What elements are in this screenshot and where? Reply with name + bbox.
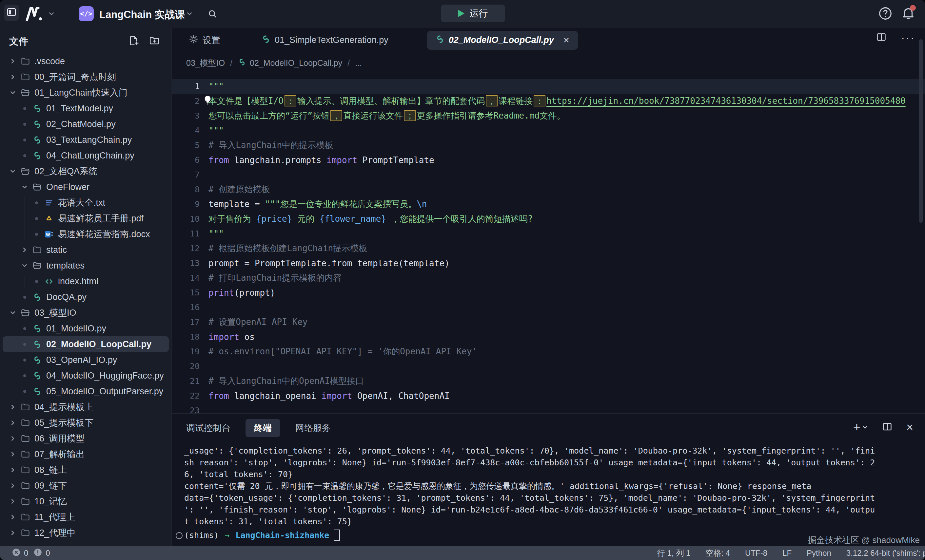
close-tab-icon[interactable]: × — [563, 35, 569, 46]
breadcrumb-item[interactable]: 03_模型IO — [186, 58, 225, 68]
chevron-right-icon[interactable] — [20, 246, 29, 254]
errors-badge[interactable]: 0 — [12, 548, 28, 559]
tree-folder-item[interactable]: 09_链下 — [3, 478, 169, 494]
app-logo-icon[interactable] — [26, 7, 43, 22]
project-name[interactable]: LangChain 实战课 — [99, 8, 185, 22]
editor-tab-bar: 设置01_SimpleTextGeneration.py02_ModelIO_L… — [172, 28, 889, 53]
breadcrumb-item[interactable]: 02_ModelIO_LoopCall.py — [238, 58, 342, 68]
panel-tab[interactable]: 网络服务 — [295, 422, 331, 434]
chevron-right-icon[interactable] — [9, 435, 17, 442]
chevron-right-icon[interactable] — [9, 58, 17, 65]
tree-folder-item[interactable]: 02_文档QA系统 — [3, 164, 169, 179]
panel-tab-active[interactable]: 终端 — [246, 419, 280, 437]
chevron-down-icon[interactable] — [48, 10, 55, 19]
tree-folder-item[interactable]: 00_开篇词_奇点时刻 — [3, 69, 169, 85]
tree-folder-item[interactable]: static — [3, 242, 169, 258]
folder-icon — [20, 528, 31, 538]
tree-file-item[interactable]: DocQA.py — [3, 289, 169, 305]
status-item[interactable]: 3.12.2 64-bit ('shims': pyen — [846, 548, 925, 558]
tree-folder-item[interactable]: 07_解析输出 — [3, 446, 169, 462]
new-terminal-button[interactable]: + — [853, 420, 868, 434]
folder-icon — [20, 72, 31, 82]
tree-file-item[interactable]: 03_TextLangChain.py — [3, 132, 169, 148]
status-item[interactable]: 行 1, 列 1 — [657, 548, 690, 558]
tree-file-item[interactable]: 花语大全.txt — [3, 195, 169, 210]
tree-file-item[interactable]: 02_ModelIO_LoopCall.py — [3, 336, 169, 352]
tree-folder-item[interactable]: OneFlower — [3, 179, 169, 195]
help-icon[interactable] — [878, 6, 893, 22]
search-icon[interactable] — [207, 9, 218, 20]
more-actions-icon[interactable]: ··· — [901, 35, 915, 41]
tree-file-item[interactable]: 01_TextModel.py — [3, 101, 169, 116]
tree-file-item[interactable]: 01_ModelIO.py — [3, 321, 169, 336]
tree-file-item[interactable]: W易速鲜花运营指南.docx — [3, 226, 169, 242]
status-item[interactable]: 空格: 4 — [705, 548, 730, 558]
tree-file-item[interactable]: 03_OpenAI_IO.py — [3, 352, 169, 368]
terminal-line: sh_reason': 'stop', 'logprobs': None} id… — [184, 457, 920, 468]
new-file-icon[interactable] — [128, 35, 139, 48]
run-button[interactable]: 运行 — [441, 5, 505, 22]
split-terminal-icon[interactable] — [882, 422, 893, 433]
tree-folder-item[interactable]: templates — [3, 258, 169, 273]
chevron-right-icon[interactable] — [9, 450, 17, 458]
status-item[interactable]: UTF-8 — [745, 548, 767, 558]
file-dot — [20, 138, 29, 141]
tree-file-item[interactable]: index.html — [3, 273, 169, 289]
tree-folder-item[interactable]: 03_模型IO — [3, 305, 169, 321]
chevron-right-icon[interactable] — [9, 404, 17, 411]
panel-tab[interactable]: 调试控制台 — [186, 422, 230, 434]
line-number: 15 — [172, 288, 200, 297]
notification-badge — [910, 5, 916, 11]
code-text: # os.environ["OPENAI_API_KEY"] = '你的Open… — [208, 346, 477, 357]
tree-file-item[interactable]: 05_ModelIO_OutputParser.py — [3, 383, 169, 399]
status-item[interactable]: LF — [782, 548, 792, 558]
notifications-bell-icon[interactable] — [901, 6, 916, 22]
tree-folder-item[interactable]: 12_代理中 — [3, 525, 169, 540]
chevron-down-icon[interactable] — [9, 309, 17, 316]
editor-tab[interactable]: 01_SimpleTextGeneration.py — [259, 31, 391, 50]
code-text: prompt = PromptTemplate.from_template(te… — [208, 258, 450, 268]
chevron-down-icon[interactable] — [20, 262, 29, 269]
breadcrumb-item[interactable]: ... — [355, 58, 362, 68]
chevron-right-icon[interactable] — [9, 498, 17, 505]
warnings-badge[interactable]: 0 — [33, 548, 50, 559]
split-editor-icon[interactable] — [876, 32, 887, 44]
tree-file-item[interactable]: 04_ChatLongChain.py — [3, 148, 169, 164]
chevron-right-icon[interactable] — [9, 466, 17, 474]
chevron-down-icon[interactable] — [9, 89, 17, 96]
tree-folder-item[interactable]: 01_LangChain快速入门 — [3, 85, 169, 101]
chevron-right-icon[interactable] — [9, 74, 17, 81]
lightbulb-icon[interactable] — [203, 95, 212, 107]
file-dot — [32, 233, 41, 236]
editor-tab[interactable]: 设置 — [186, 31, 223, 50]
tree-folder-item[interactable]: 06_调用模型 — [3, 431, 169, 446]
folder-icon — [20, 481, 31, 491]
terminal-line: t_tokens': 31, 'total_tokens': 75} — [184, 516, 920, 528]
tree-folder-item[interactable]: .vscode — [3, 53, 169, 69]
chevron-right-icon[interactable] — [9, 419, 17, 426]
code-line: 6from langchain.prompts import PromptTem… — [172, 153, 925, 167]
tree-folder-item[interactable]: 11_代理上 — [3, 509, 169, 525]
tree-file-item[interactable]: 易速鲜花员工手册.pdf — [3, 210, 169, 226]
code-editor[interactable]: 1"""2本文件是【模型I/O：输入提示、调用模型、解析输出】章节的配套代码，课… — [172, 74, 925, 413]
chevron-down-icon[interactable] — [20, 183, 29, 191]
tree-item-label: 00_开篇词_奇点时刻 — [35, 71, 116, 83]
editor-scrollbar[interactable] — [919, 39, 923, 223]
new-folder-icon[interactable] — [149, 35, 160, 48]
chevron-right-icon[interactable] — [9, 482, 17, 489]
chevron-down-icon[interactable] — [9, 168, 17, 175]
chevron-right-icon[interactable] — [9, 529, 17, 536]
tree-folder-item[interactable]: 05_提示模板下 — [3, 415, 169, 431]
editor-tab-active[interactable]: 02_ModelIO_LoopCall.py× — [427, 31, 578, 50]
status-item[interactable]: Python — [807, 548, 831, 558]
close-panel-icon[interactable]: × — [906, 420, 913, 434]
chevron-down-icon[interactable] — [186, 10, 193, 19]
terminal-output[interactable]: _usage': {'completion_tokens': 26, 'prom… — [184, 445, 920, 542]
tree-folder-item[interactable]: 08_链上 — [3, 462, 169, 478]
tree-folder-item[interactable]: 04_提示模板上 — [3, 399, 169, 415]
tree-file-item[interactable]: 04_ModelIO_HuggingFace.py — [3, 368, 169, 383]
chevron-right-icon[interactable] — [9, 513, 17, 521]
tree-folder-item[interactable]: 10_记忆 — [3, 494, 169, 509]
tree-file-item[interactable]: 02_ChatModel.py — [3, 116, 169, 132]
sidebar-toggle-button[interactable] — [4, 5, 19, 21]
